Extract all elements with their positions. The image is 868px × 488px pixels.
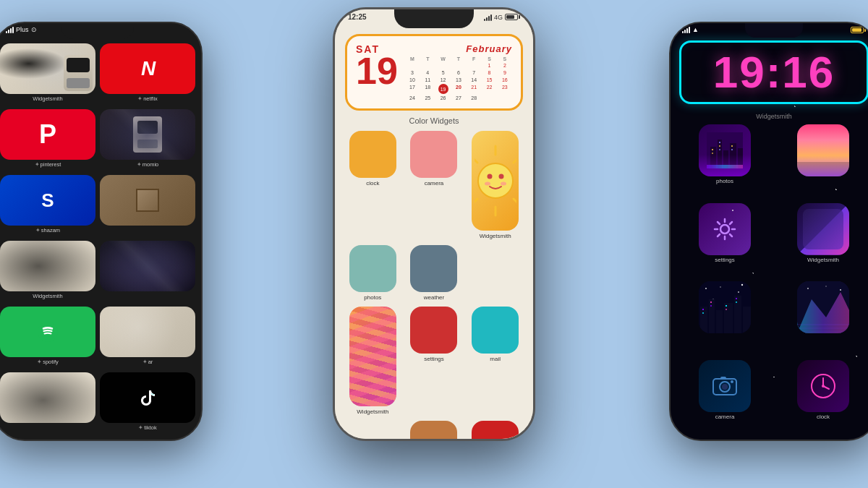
- list-item[interactable]: N ✦netflix: [100, 43, 195, 105]
- cal-day: [435, 62, 450, 69]
- cal-day: 21: [467, 84, 481, 94]
- svg-line-4: [514, 199, 516, 205]
- maps-app[interactable]: maps: [407, 421, 462, 441]
- ar-icon: [100, 307, 195, 357]
- cal-day: 18: [420, 84, 435, 94]
- list-item[interactable]: [100, 175, 195, 236]
- list-item[interactable]: ✦momio: [100, 109, 195, 171]
- camera-label: camera: [425, 180, 444, 187]
- list-item[interactable]: [100, 241, 195, 302]
- cal-day: [420, 62, 435, 69]
- left-app-grid: Widgetsmith N ✦netflix P ✦pinterest ✦mom…: [0, 23, 201, 440]
- list-item[interactable]: P ✦pinterest: [0, 109, 95, 171]
- svg-point-39: [720, 286, 721, 288]
- momio-icon: [100, 109, 195, 160]
- svg-rect-43: [700, 307, 707, 333]
- svg-rect-26: [731, 149, 733, 150]
- svg-point-59: [825, 286, 827, 287]
- cal-day: 28: [467, 95, 481, 101]
- calendar-grid: M T W T F S S 1 2 3 4: [405, 56, 512, 101]
- app-row-3: Widgetsmith settings mail: [345, 307, 523, 415]
- cal-day: 10: [405, 77, 420, 83]
- widgetsmith-sun-app[interactable]: Widgetsmith: [467, 131, 523, 239]
- cal-header: T: [451, 56, 466, 61]
- settings-icon: [410, 307, 457, 354]
- svg-point-9: [478, 163, 513, 198]
- shazam-icon: S: [0, 175, 95, 226]
- svg-rect-54: [726, 309, 727, 310]
- list-item[interactable]: ✦spotify: [0, 307, 95, 368]
- spacer: [467, 245, 514, 301]
- cal-day: 22: [482, 84, 496, 94]
- cal-day: [498, 95, 512, 101]
- app-label: Widgetsmith: [33, 293, 62, 299]
- spotify-icon: [0, 307, 95, 357]
- svg-point-58: [807, 288, 809, 289]
- tiktok-manga-icon: [0, 372, 95, 423]
- cal-day: 6: [451, 69, 466, 76]
- clock-app[interactable]: clock: [345, 131, 401, 187]
- center-status-bar: 12:25 4G: [348, 13, 520, 21]
- calendar-day-number: 19: [356, 52, 398, 90]
- widgetsmith-wavy-app[interactable]: Widgetsmith: [345, 307, 401, 415]
- calendar-month: February: [405, 43, 512, 54]
- cal-header: S: [482, 56, 496, 61]
- mail-icon: [472, 307, 519, 354]
- cal-header: M: [405, 56, 420, 61]
- settings-app[interactable]: settings: [407, 307, 462, 362]
- svg-point-38: [705, 288, 707, 289]
- weather-app[interactable]: weather: [407, 245, 462, 301]
- appstore-app[interactable]: app store: [467, 421, 523, 441]
- clock-label: 12:25: [348, 13, 367, 21]
- clock-icon: [349, 131, 396, 178]
- photos-icon: [349, 245, 396, 292]
- network-label: 4G: [494, 14, 503, 21]
- svg-rect-45: [716, 310, 723, 333]
- center-phone: 12:25 4G SAT 19 February: [333, 7, 535, 441]
- cal-header: W: [435, 56, 450, 61]
- camera-app[interactable]: camera: [407, 131, 462, 187]
- cal-header: F: [467, 56, 481, 61]
- signal-icon: [6, 26, 14, 33]
- tiktok-icon: [100, 372, 195, 423]
- svg-point-11: [498, 174, 503, 179]
- svg-point-13: [501, 182, 506, 186]
- cal-day: [405, 62, 420, 69]
- svg-rect-22: [719, 142, 720, 143]
- weather-icon: [410, 245, 457, 292]
- list-item[interactable]: ✦tiktok: [100, 372, 195, 434]
- svg-line-8: [475, 156, 477, 163]
- right-signal-icon: [682, 26, 690, 33]
- widgetsmith-right-icon: [797, 203, 849, 255]
- center-screen: SAT 19 February M T W T F S S: [335, 9, 533, 439]
- svg-rect-50: [702, 312, 704, 314]
- list-item[interactable]: Widgetsmith: [0, 43, 95, 105]
- battery-icon: [505, 14, 520, 20]
- app-label: ✦tiktok: [138, 424, 157, 431]
- calendar-left: SAT 19: [356, 43, 398, 90]
- wifi-icon: ⊙: [31, 26, 37, 33]
- right-phone: ▲ 19:16 Widgetsmith: [669, 22, 868, 441]
- settings-label: settings: [424, 356, 444, 362]
- mail-app[interactable]: mail: [467, 307, 523, 362]
- mail-label: mail: [490, 356, 501, 362]
- list-item[interactable]: Widgetsmith: [0, 241, 95, 302]
- widgetsmith-wavy-icon: [349, 307, 396, 406]
- cal-day: 23: [498, 84, 512, 94]
- svg-rect-18: [730, 143, 736, 168]
- right-status-bar: ▲: [682, 26, 866, 33]
- app-label: [147, 227, 148, 234]
- right-battery-icon: [851, 27, 866, 33]
- calendar-right: February M T W T F S S 1: [405, 43, 512, 101]
- list-item[interactable]: [0, 372, 95, 434]
- list-item[interactable]: S ✦shazam: [0, 175, 95, 236]
- photos-app[interactable]: photos: [345, 245, 401, 301]
- cal-day: [451, 62, 466, 69]
- cal-day: [482, 95, 496, 101]
- minecraft-icon: [100, 175, 195, 226]
- mountain-icon: [797, 281, 849, 333]
- left-status-bar: Plus ⊙: [6, 26, 190, 33]
- cal-day: 3: [405, 69, 420, 76]
- svg-rect-17: [723, 150, 728, 168]
- list-item[interactable]: ✦ar: [100, 307, 195, 368]
